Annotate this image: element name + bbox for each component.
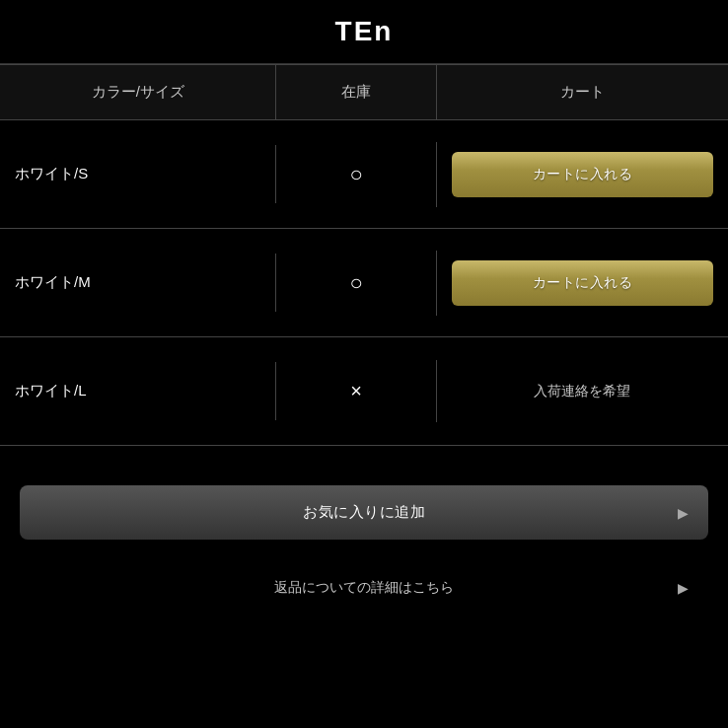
return-label: 返品についての詳細はこちら bbox=[274, 579, 454, 597]
table-header: カラー/サイズ 在庫 カート bbox=[0, 65, 728, 120]
return-arrow-icon: ▶ bbox=[678, 580, 689, 596]
row-cart-white-l: 入荷連絡を希望 bbox=[437, 362, 728, 420]
return-link[interactable]: 返品についての詳細はこちら ▶ bbox=[20, 569, 708, 607]
table-row: ホワイト/S ○ カートに入れる bbox=[0, 120, 728, 229]
table-row: ホワイト/M ○ カートに入れる bbox=[0, 229, 728, 337]
row-stock-white-l: × bbox=[276, 360, 436, 422]
header-color-size: カラー/サイズ bbox=[0, 65, 276, 119]
bottom-section: お気に入りに追加 ▶ 返品についての詳細はこちら ▶ bbox=[0, 485, 728, 607]
header-stock: 在庫 bbox=[276, 65, 436, 119]
row-color-size-white-l: ホワイト/L bbox=[0, 362, 276, 420]
stock-circle-icon: ○ bbox=[349, 270, 362, 295]
header-cart: カート bbox=[437, 65, 728, 119]
add-to-cart-button-white-m[interactable]: カートに入れる bbox=[452, 260, 713, 306]
row-color-size-white-m: ホワイト/M bbox=[0, 254, 276, 312]
top-bar: TEn bbox=[0, 0, 728, 64]
stock-cross-icon: × bbox=[350, 380, 362, 401]
page-title: TEn bbox=[335, 16, 394, 47]
favorite-label: お気に入りに追加 bbox=[303, 503, 425, 522]
add-to-cart-button-white-s[interactable]: カートに入れる bbox=[452, 152, 713, 197]
product-table: カラー/サイズ 在庫 カート ホワイト/S ○ カートに入れる ホワイト/M ○… bbox=[0, 64, 728, 446]
row-stock-white-s: ○ bbox=[276, 142, 436, 207]
table-row: ホワイト/L × 入荷連絡を希望 bbox=[0, 337, 728, 446]
notify-text-white-l: 入荷連絡を希望 bbox=[534, 383, 630, 399]
row-cart-white-s: カートに入れる bbox=[437, 132, 728, 217]
add-to-favorites-button[interactable]: お気に入りに追加 ▶ bbox=[20, 485, 708, 540]
row-stock-white-m: ○ bbox=[276, 251, 436, 316]
row-cart-white-m: カートに入れる bbox=[437, 241, 728, 326]
favorite-arrow-icon: ▶ bbox=[678, 505, 690, 521]
stock-circle-icon: ○ bbox=[349, 162, 362, 186]
row-color-size-white-s: ホワイト/S bbox=[0, 145, 276, 203]
